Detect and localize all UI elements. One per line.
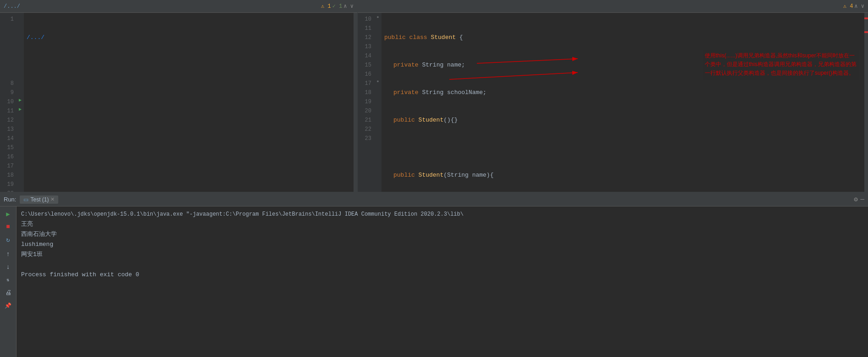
right-editor-panel: ⚠ 4 ∧ ∨ 10 11 12 13 14 15 16 17 xyxy=(358,0,868,192)
run-rerun-button[interactable]: ↻ xyxy=(4,235,13,244)
run-down-button[interactable]: ↓ xyxy=(4,262,13,272)
right-scrollbar[interactable] xyxy=(864,13,868,192)
run-output-cmd: C:\Users\lenovo\.jdks\openjdk-15.0.1\bin… xyxy=(21,209,863,219)
run-play-button[interactable]: ▶ xyxy=(4,209,13,218)
run-output-exit: Process finished with exit code 0 xyxy=(21,270,863,280)
left-nav-arrows[interactable]: ∧ ∨ xyxy=(343,3,354,10)
left-editor-header: /.../ ⚠ 1 ✓ 1 ∧ ∨ xyxy=(0,0,357,13)
right-code-container: 10 11 12 13 14 15 16 17 18 19 20 21 22 2… xyxy=(358,13,868,192)
run-label: Run: xyxy=(4,196,16,203)
left-gutter: ▶ ▶ xyxy=(17,13,24,192)
run-output: C:\Users\lenovo\.jdks\openjdk-15.0.1\bin… xyxy=(17,206,868,357)
run-output-lushimeng: lushimeng xyxy=(21,240,863,250)
right-header-badge: ⚠ 4 ∧ ∨ xyxy=(843,3,864,10)
right-code-line-15: public Student(String name){ xyxy=(381,171,864,180)
right-code-content: public class Student { private String na… xyxy=(381,13,864,192)
left-header-left: /.../ xyxy=(4,3,20,10)
left-code-wrapper: 1 8 9 10 11 12 13 14 15 xyxy=(0,13,357,192)
run-stop-button[interactable]: ■ xyxy=(4,222,13,231)
right-code-line-10: public class Student { xyxy=(381,33,864,42)
left-code-container: 1 8 9 10 11 12 13 14 15 xyxy=(0,13,357,192)
left-editor-panel: /.../ ⚠ 1 ✓ 1 ∧ ∨ 1 xyxy=(0,0,358,192)
code-line-blank3 xyxy=(24,116,354,125)
left-check-badge: ✓ 1 xyxy=(332,3,343,10)
run-gutter-icon-10[interactable]: ▶ xyxy=(17,95,24,105)
right-line-numbers: 10 11 12 13 14 15 16 17 18 19 20 21 22 2… xyxy=(358,13,374,192)
right-code-line-11: private String name; xyxy=(381,61,864,70)
editor-area: /.../ ⚠ 1 ✓ 1 ∧ ∨ 1 xyxy=(0,0,868,192)
run-body: ▶ ■ ↻ ↑ ↓ ⇅ 🖨 📌 C:\Users\lenovo\.jdks\op… xyxy=(0,206,868,357)
run-header: Run: ▭ Test (1) ✕ ⚙ — xyxy=(0,193,868,206)
code-line-blank1 xyxy=(24,61,354,70)
settings-icon[interactable]: ⚙ xyxy=(854,195,857,203)
minimize-icon[interactable]: — xyxy=(861,195,864,203)
right-code-line-14 xyxy=(381,143,864,152)
left-code-content: /.../ package it.heima.d14_this; public … xyxy=(24,13,354,192)
right-code-line-12: private String schoolName; xyxy=(381,88,864,97)
right-code-line-13: public Student(){} xyxy=(381,116,864,125)
run-tab-close[interactable]: ✕ xyxy=(50,196,55,202)
right-nav-arrows[interactable]: ∧ ∨ xyxy=(854,3,864,10)
code-line-blank2 xyxy=(24,88,354,97)
right-gutter: ● ● xyxy=(374,13,381,192)
ide-container: /.../ ⚠ 1 ✓ 1 ∧ ∨ 1 xyxy=(0,0,868,357)
run-tab[interactable]: ▭ Test (1) ✕ xyxy=(20,195,58,204)
run-gutter-icon-11[interactable]: ▶ xyxy=(17,105,24,114)
run-output-class: 网安1班 xyxy=(21,250,863,260)
run-header-controls: ⚙ — xyxy=(854,195,864,203)
left-header-badge: ⚠ 1 ✓ 1 ∧ ∨ xyxy=(321,3,354,10)
left-scrollbar[interactable] xyxy=(354,13,357,192)
code-line-blank5 xyxy=(24,171,354,180)
scroll-marker-mid xyxy=(864,31,868,33)
right-warning-badge: ⚠ 4 xyxy=(843,3,853,10)
left-file-path: /.../ xyxy=(4,3,20,10)
code-line-blank4 xyxy=(24,143,354,152)
run-sort-button[interactable]: ⇅ xyxy=(4,275,13,284)
code-line-1: /.../ xyxy=(24,33,354,42)
right-editor-header: ⚠ 4 ∧ ∨ xyxy=(358,0,868,13)
run-output-wang-liang: 王亮 xyxy=(21,219,863,229)
run-up-button[interactable]: ↑ xyxy=(4,250,13,259)
run-output-school: 西南石油大学 xyxy=(21,229,863,240)
left-line-numbers: 1 8 9 10 11 12 13 14 15 xyxy=(0,13,17,192)
right-code-wrapper: 10 11 12 13 14 15 16 17 18 19 20 21 22 2… xyxy=(358,13,868,192)
run-sidebar: ▶ ■ ↻ ↑ ↓ ⇅ 🖨 📌 xyxy=(0,206,17,357)
scroll-marker-top xyxy=(864,17,868,19)
run-tab-label: Test (1) xyxy=(30,196,49,203)
run-print-button[interactable]: 🖨 xyxy=(4,288,13,297)
left-warning-badge: ⚠ 1 xyxy=(321,3,331,10)
run-output-blank xyxy=(21,260,863,270)
run-pin-button[interactable]: 📌 xyxy=(4,301,13,310)
run-panel: Run: ▭ Test (1) ✕ ⚙ — ▶ ■ ↻ ↑ ↓ ⇅ 🖨 � xyxy=(0,192,868,357)
